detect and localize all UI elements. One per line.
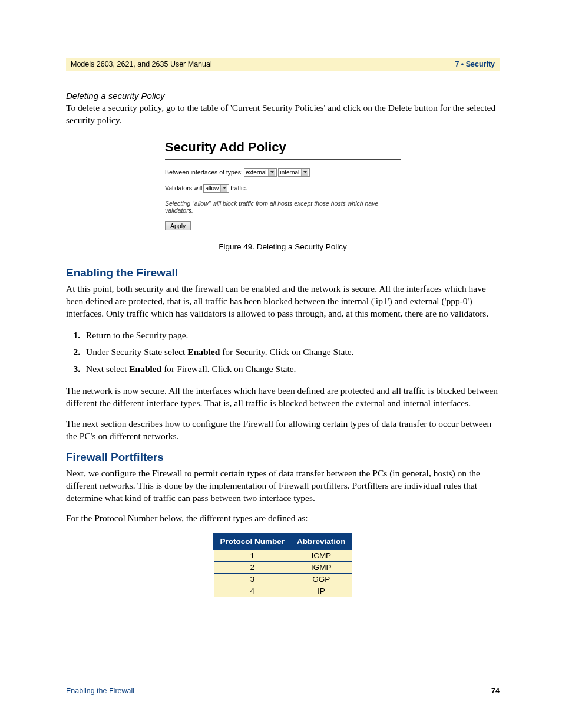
- interface-type-select-1[interactable]: external: [244, 168, 277, 177]
- protocol-table: Protocol Number Abbreviation 1ICMP 2IGMP…: [213, 533, 352, 597]
- select-value: allow: [205, 185, 220, 192]
- figure-note: Selecting "allow" will block traffic fro…: [165, 200, 401, 214]
- col-abbreviation: Abbreviation: [291, 533, 352, 550]
- figure-caption: Figure 49. Deleting a Security Policy: [66, 242, 500, 251]
- portfilters-p2: For the Protocol Number below, the diffe…: [66, 512, 500, 525]
- page-number: 74: [491, 687, 500, 695]
- page-header: Models 2603, 2621, and 2635 User Manual …: [66, 58, 500, 71]
- table-row: 4IP: [214, 585, 352, 597]
- col-protocol-number: Protocol Number: [214, 533, 291, 550]
- figure-49: Security Add Policy Between interfaces o…: [66, 140, 500, 233]
- validators-label-a: Validators will: [165, 185, 202, 192]
- validators-action-select[interactable]: allow: [203, 184, 229, 193]
- header-right: 7 • Security: [455, 60, 495, 68]
- step-1: Return to the Security page.: [82, 328, 500, 343]
- page-footer: Enabling the Firewall 74: [66, 687, 500, 695]
- delete-policy-subheading: Deleting a security Policy: [66, 91, 500, 101]
- table-row: 1ICMP: [214, 550, 352, 562]
- table-row: 3GGP: [214, 574, 352, 585]
- chevron-down-icon: [220, 185, 227, 192]
- figure-heading: Security Add Policy: [165, 140, 401, 155]
- interface-type-select-2[interactable]: internal: [278, 168, 310, 177]
- enabling-firewall-heading: Enabling the Firewall: [66, 266, 500, 279]
- apply-button[interactable]: Apply: [165, 221, 191, 230]
- table-row: 2IGMP: [214, 562, 352, 574]
- footer-left: Enabling the Firewall: [66, 687, 134, 695]
- steps-list: Return to the Security page. Under Secur…: [66, 328, 500, 377]
- enabling-firewall-p1: At this point, both security and the fir…: [66, 283, 500, 320]
- enabling-firewall-p3: The next section describes how to config…: [66, 418, 500, 443]
- delete-policy-body: To delete a security policy, go to the t…: [66, 102, 500, 127]
- interfaces-label: Between interfaces of types:: [165, 169, 243, 176]
- chevron-down-icon: [301, 169, 308, 176]
- select-value: internal: [280, 169, 301, 176]
- chevron-down-icon: [268, 169, 275, 176]
- figure-rule: [165, 159, 401, 160]
- validators-label-b: traffic.: [230, 185, 247, 192]
- firewall-portfilters-heading: Firewall Portfilters: [66, 451, 500, 464]
- step-3: Next select Enabled for Firewall. Click …: [82, 362, 500, 377]
- select-value: external: [246, 169, 269, 176]
- portfilters-p1: Next, we configure the Firewall to permi…: [66, 467, 500, 505]
- enabling-firewall-p2: The network is now secure. All the inter…: [66, 385, 500, 410]
- header-left: Models 2603, 2621, and 2635 User Manual: [71, 60, 212, 68]
- step-2: Under Security State select Enabled for …: [82, 345, 500, 360]
